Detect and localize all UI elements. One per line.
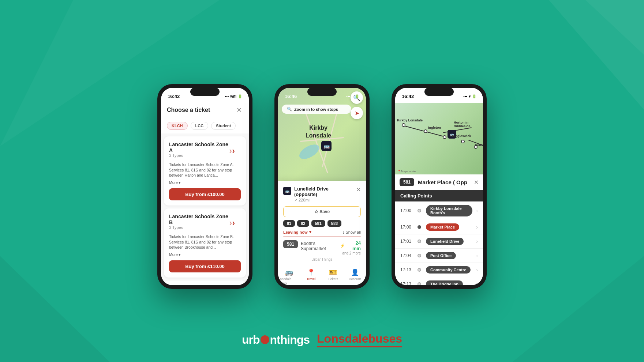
leaving-now-label: Leaving now ▾ xyxy=(283,230,311,234)
map3-label-ingleton: Ingleton xyxy=(428,126,441,129)
route-583[interactable]: 583 xyxy=(327,220,341,227)
tab-lonsdale-label: Lonsdale Buses xyxy=(278,277,300,284)
cp-stop-2: Lunefield Drive xyxy=(426,238,464,245)
wifi-icon-3: ▾ xyxy=(469,94,471,98)
battery-icon-3: 🔋 xyxy=(472,94,476,98)
ticket-desc-a: Tickets for Lancaster Schools Zone A. Se… xyxy=(169,162,241,178)
map3-label-giggleswick: Giggleswick xyxy=(452,134,471,138)
map-bus-pin: 🚌 xyxy=(321,141,332,151)
route-81[interactable]: 81 xyxy=(283,220,295,227)
status-icons-3: ▪▪▪ ▾ 🔋 xyxy=(463,94,476,98)
dep-dest: Booth's Supermarket xyxy=(301,241,340,251)
svg-marker-0 xyxy=(549,0,644,110)
filter-lcc[interactable]: LCC xyxy=(191,122,209,130)
filter-tags: KLCH LCC Student xyxy=(161,118,249,133)
stop-header-close[interactable]: ✕ xyxy=(474,179,479,186)
cp-stop-1: Market Place xyxy=(426,223,459,231)
tab-travel[interactable]: 📍 Travel xyxy=(300,268,322,284)
cp-chevron-5: › xyxy=(476,281,478,285)
stop-distance: ↗ 220mi xyxy=(294,198,329,203)
cp-item-5[interactable]: 17:13 The Bridge Inn › xyxy=(395,277,483,285)
cp-time-5: 17:13 xyxy=(400,282,413,285)
filter-klch[interactable]: KLCH xyxy=(167,122,188,130)
cp-dot-1 xyxy=(418,225,421,229)
cp-item-3[interactable]: 17:04 Post Office › xyxy=(395,249,483,263)
ticket-card-zone-a: Lancaster Schools Zone A 3 Types Tickets… xyxy=(164,136,246,205)
ticket-types-b: 3 Types xyxy=(169,225,229,230)
cp-item-0[interactable]: 17:00 Kirkby Lonsdale Booth's › xyxy=(395,201,483,220)
bottom-branding: urbnthings Lonsdalebuses xyxy=(242,332,402,347)
phone1-content: Choose a ticket ✕ KLCH LCC Student La xyxy=(161,103,249,285)
more-link-a[interactable]: More ▾ xyxy=(169,180,241,185)
buy-button-b[interactable]: Buy from £110.00 xyxy=(169,260,241,272)
status-time-3: 16:42 xyxy=(402,94,414,99)
ticket-desc-b: Tickets for Lancaster Schools Zone B. Se… xyxy=(169,234,241,250)
stop-close-button[interactable]: ✕ xyxy=(356,186,361,193)
tickets-list: Lancaster Schools Zone A 3 Types Tickets… xyxy=(161,133,249,285)
show-all-button[interactable]: ↕ Show all xyxy=(342,230,361,234)
stop-header-name: Market Place ( Opp xyxy=(418,179,470,185)
ticket-screen-title: Choose a ticket xyxy=(167,107,210,113)
cp-chevron-2: › xyxy=(476,238,478,244)
map-area[interactable]: KirkbyLonsdale 🚌 🔍 Zoom in to show stops… xyxy=(278,88,366,266)
map3-label-kirkby: Kirkby Lonsdale xyxy=(397,118,423,122)
urbanthings-credit: UrbanThings xyxy=(283,255,361,262)
filter-student[interactable]: Student xyxy=(211,122,236,130)
tab-tickets[interactable]: 🎫 Tickets xyxy=(322,268,344,284)
buy-button-a[interactable]: Buy from £100.00 xyxy=(169,188,241,200)
tab-travel-icon: 📍 xyxy=(307,268,315,276)
ticket-arrow-a[interactable] xyxy=(229,146,241,157)
dynamic-island-3 xyxy=(424,88,454,96)
tab-lonsdale-buses[interactable]: 🚌 Lonsdale Buses xyxy=(278,268,300,284)
route-581[interactable]: 581 xyxy=(311,220,325,227)
route-82[interactable]: 82 xyxy=(297,220,309,227)
cp-chevron-3: › xyxy=(476,253,478,259)
wifi-icon: wifi xyxy=(230,94,236,98)
map-compass-button[interactable]: ➤ xyxy=(351,107,363,119)
stop-name: Lunefield Drive(opposite) xyxy=(294,186,329,197)
cp-stop-4: Community Centre xyxy=(426,266,471,274)
ticket-arrow-b[interactable] xyxy=(229,218,241,229)
map3-label-horton: Horton in Ribbleside xyxy=(454,121,483,128)
cp-item-1[interactable]: 17:00 Market Place › xyxy=(395,220,483,234)
tab-account[interactable]: 👤 Account xyxy=(344,268,366,284)
svg-marker-3 xyxy=(512,256,644,362)
stop-header-3: 581 Market Place ( Opp ✕ xyxy=(395,174,483,190)
cp-time-2: 17:01 xyxy=(400,239,413,244)
cp-item-2[interactable]: 17:01 Lunefield Drive › xyxy=(395,234,483,249)
lonsdale-logo: Lonsdalebuses xyxy=(317,332,402,347)
phones-container: 16:42 ▪▪▪ wifi 🔋 Choose a ticket ✕ KLCH … xyxy=(157,73,487,289)
departure-divider xyxy=(283,237,361,237)
phone3-content: 🚌 Kirkby Lonsdale Ingleton Horton in Rib… xyxy=(395,103,483,285)
cp-dot-2 xyxy=(418,240,421,243)
tab-account-label: Account xyxy=(349,277,361,281)
phone-1: 16:42 ▪▪▪ wifi 🔋 Choose a ticket ✕ KLCH … xyxy=(157,84,252,289)
save-button[interactable]: ☆ Save xyxy=(283,206,361,217)
urbanthings-logo: urbnthings xyxy=(242,333,310,347)
cp-item-4[interactable]: 17:13 Community Centre › xyxy=(395,263,483,277)
zoom-hint: 🔍 Zoom in to show stops xyxy=(282,105,351,114)
dep-route-num[interactable]: 581 xyxy=(283,240,298,248)
signal-icon-3: ▪▪▪ xyxy=(463,94,467,98)
battery-icon-2: 🔋 xyxy=(355,94,359,98)
map-area-3[interactable]: 🚌 Kirkby Lonsdale Ingleton Horton in Rib… xyxy=(395,103,483,174)
cp-dot-3 xyxy=(418,254,421,257)
cp-time-0: 17:00 xyxy=(400,208,413,213)
tab-bar: 🚌 Lonsdale Buses 📍 Travel 🎫 Tickets 👤 Ac… xyxy=(278,266,366,285)
wifi-icon-2: ▾ xyxy=(352,94,353,98)
dynamic-island-1 xyxy=(190,88,220,96)
cp-stop-0: Kirkby Lonsdale Booth's xyxy=(426,205,472,216)
status-time-2: 16:46 xyxy=(285,94,297,99)
ticket-name-a: Lancaster Schools Zone A xyxy=(169,142,229,153)
cp-chevron-0: › xyxy=(476,208,478,214)
phone-2: 16:46 ▪▪▪ ▾ 🔋 xyxy=(274,84,370,289)
cp-stop-3: Post Office xyxy=(426,252,456,259)
route-badge-3[interactable]: 581 xyxy=(400,178,414,186)
ticket-card-zone-b: Lancaster Schools Zone B 3 Types Tickets… xyxy=(164,208,246,278)
close-button[interactable]: ✕ xyxy=(235,106,243,114)
cp-stop-5: The Bridge Inn xyxy=(426,280,463,285)
tab-tickets-label: Tickets xyxy=(328,277,338,281)
more-link-b[interactable]: More ▾ xyxy=(169,252,241,257)
cp-chevron-4: › xyxy=(476,267,478,273)
tab-account-icon: 👤 xyxy=(351,268,359,276)
